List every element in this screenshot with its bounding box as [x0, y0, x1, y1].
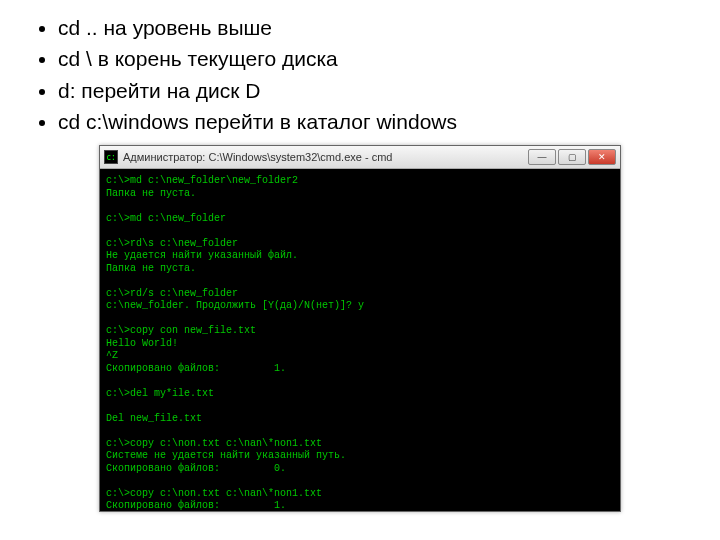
window-controls: — ▢ ✕: [528, 149, 616, 165]
list-item: d: перейти на диск D: [58, 77, 690, 104]
list-item: cd \ в корень текущего диска: [58, 45, 690, 72]
window-title: Администратор: C:\Windows\system32\cmd.e…: [123, 151, 528, 163]
cmd-window: c: Администратор: C:\Windows\system32\cm…: [99, 145, 621, 512]
maximize-button[interactable]: ▢: [558, 149, 586, 165]
minimize-button[interactable]: —: [528, 149, 556, 165]
window-titlebar[interactable]: c: Администратор: C:\Windows\system32\cm…: [100, 146, 620, 169]
list-item: cd c:\windows перейти в каталог windows: [58, 108, 690, 135]
list-item: cd .. на уровень выше: [58, 14, 690, 41]
cmd-icon: c:: [104, 150, 118, 164]
close-button[interactable]: ✕: [588, 149, 616, 165]
console-output[interactable]: c:\>md c:\new_folder\new_folder2 Папка н…: [100, 169, 620, 511]
command-description-list: cd .. на уровень выше cd \ в корень теку…: [30, 14, 690, 135]
